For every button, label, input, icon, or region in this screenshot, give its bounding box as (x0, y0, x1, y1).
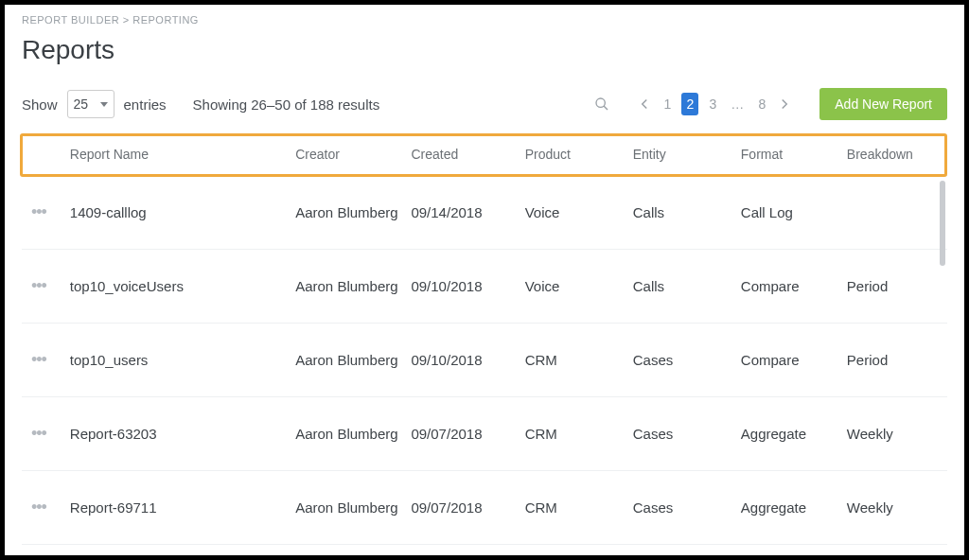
breadcrumb[interactable]: REPORT BUILDER > REPORTING (22, 14, 947, 26)
controls-row: Show 25 entries Showing 26–50 of 188 res… (22, 88, 947, 120)
col-name[interactable]: Report Name (64, 133, 290, 176)
scrollbar[interactable] (940, 181, 945, 266)
results-summary: Showing 26–50 of 188 results (193, 96, 380, 113)
cell-name: top10_voiceUsers (64, 250, 290, 324)
page-last[interactable]: 8 (753, 93, 770, 115)
chevron-left-icon (640, 98, 649, 110)
cell-product: CRM (520, 471, 627, 545)
cell-entity: Cases (627, 324, 735, 397)
cell-breakdown: Weekly (841, 397, 947, 471)
cell-creator: Aaron Blumberg (290, 176, 405, 250)
reports-table: Report Name Creator Created Product Enti… (22, 133, 947, 545)
cell-format: Aggregate (735, 471, 841, 545)
col-format[interactable]: Format (735, 133, 841, 176)
cell-format: Call Log (735, 176, 841, 250)
page-ellipsis: … (727, 93, 748, 115)
page-next[interactable] (776, 93, 793, 115)
cell-creator: Aaron Blumberg (290, 397, 405, 471)
entries-label: entries (124, 96, 167, 113)
col-creator[interactable]: Creator (290, 133, 405, 176)
col-created[interactable]: Created (405, 133, 519, 176)
table-row[interactable]: •••top10_voiceUsersAaron Blumberg09/10/2… (22, 250, 947, 324)
page-prev[interactable] (636, 93, 653, 115)
page-3[interactable]: 3 (704, 93, 721, 115)
row-actions-icon[interactable]: ••• (27, 498, 46, 516)
cell-format: Compare (735, 250, 841, 324)
page-title: Reports (22, 35, 947, 65)
cell-creator: Aaron Blumberg (290, 324, 405, 397)
cell-entity: Cases (627, 471, 735, 545)
cell-product: CRM (520, 324, 627, 397)
cell-entity: Calls (627, 176, 735, 250)
row-actions-icon[interactable]: ••• (27, 276, 46, 295)
chevron-right-icon (780, 98, 789, 110)
table-row[interactable]: •••Report-63203Aaron Blumberg09/07/2018C… (22, 397, 947, 471)
cell-product: CRM (520, 397, 627, 471)
col-entity[interactable]: Entity (627, 133, 735, 176)
cell-created: 09/14/2018 (405, 176, 519, 250)
row-actions-icon[interactable]: ••• (27, 350, 46, 369)
cell-entity: Cases (627, 397, 735, 471)
row-actions-icon[interactable]: ••• (27, 424, 46, 443)
page-current[interactable]: 2 (681, 93, 698, 115)
cell-format: Aggregate (735, 397, 841, 471)
cell-breakdown (841, 176, 947, 250)
cell-format: Compare (735, 324, 841, 397)
search-icon (594, 96, 609, 112)
cell-breakdown: Period (841, 250, 947, 324)
search-button[interactable] (590, 96, 613, 112)
page-size-value: 25 (74, 96, 89, 112)
cell-entity: Calls (627, 250, 735, 324)
col-breakdown[interactable]: Breakdown (841, 133, 947, 176)
cell-name: Report-69711 (64, 471, 290, 545)
svg-point-0 (596, 98, 605, 107)
col-product[interactable]: Product (520, 133, 627, 176)
cell-name: top10_users (64, 324, 290, 397)
table-row[interactable]: •••top10_usersAaron Blumberg09/10/2018CR… (22, 324, 947, 397)
cell-name: Report-63203 (64, 397, 290, 471)
svg-line-1 (604, 106, 608, 110)
table-row[interactable]: •••1409-calllogAaron Blumberg09/14/2018V… (22, 176, 947, 250)
cell-created: 09/10/2018 (405, 324, 519, 397)
page-size-select[interactable]: 25 (67, 90, 115, 118)
cell-created: 09/07/2018 (405, 397, 519, 471)
cell-breakdown: Weekly (841, 471, 947, 545)
cell-product: Voice (520, 176, 627, 250)
add-new-report-button[interactable]: Add New Report (819, 88, 947, 120)
row-actions-icon[interactable]: ••• (27, 202, 46, 221)
cell-breakdown: Period (841, 324, 947, 397)
cell-created: 09/10/2018 (405, 250, 519, 324)
show-label: Show (22, 96, 58, 113)
caret-down-icon (100, 102, 108, 107)
page-1[interactable]: 1 (659, 93, 676, 115)
table-row[interactable]: •••Report-69711Aaron Blumberg09/07/2018C… (22, 471, 947, 545)
cell-name: 1409-calllog (64, 176, 290, 250)
pagination: 1 2 3 … 8 (636, 93, 793, 115)
cell-creator: Aaron Blumberg (290, 250, 405, 324)
cell-created: 09/07/2018 (405, 471, 519, 545)
cell-product: Voice (520, 250, 627, 324)
cell-creator: Aaron Blumberg (290, 471, 405, 545)
col-actions (22, 133, 64, 176)
